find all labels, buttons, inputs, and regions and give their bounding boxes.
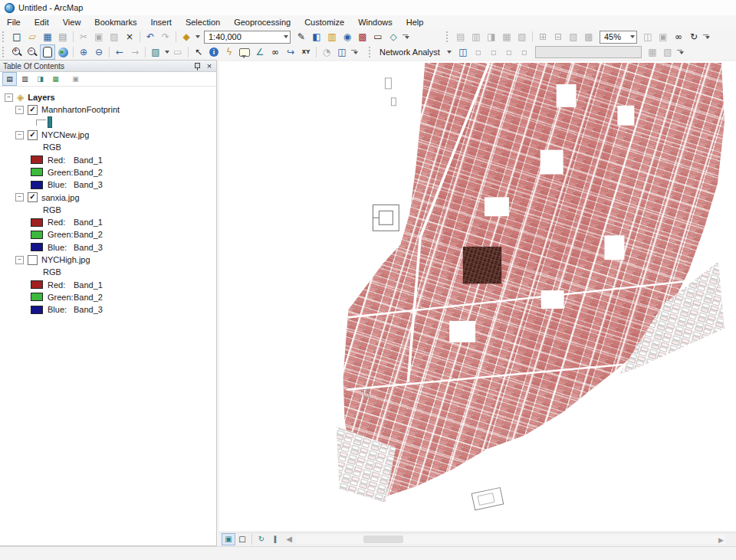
layer-checkbox[interactable]: ✓ xyxy=(28,192,38,202)
open-button[interactable]: ▱ xyxy=(25,29,40,44)
menu-geoprocessing[interactable]: Geoprocessing xyxy=(227,15,297,29)
add-data-dropdown[interactable] xyxy=(194,30,201,44)
list-by-visibility-button[interactable]: ◨ xyxy=(33,72,48,86)
layer-label[interactable]: MannhartonFootprint xyxy=(41,105,120,114)
focus-data-frame-button[interactable]: ▣ xyxy=(656,29,671,44)
toolbar-overflow-button[interactable] xyxy=(350,45,358,59)
footprint-symbol-row[interactable] xyxy=(0,116,216,129)
layout-zoom-whole-page-button[interactable]: ▤ xyxy=(453,29,468,44)
expander-icon[interactable]: − xyxy=(5,93,13,102)
layer-row-nychigh[interactable]: − NYCHigh.jpg xyxy=(0,254,216,266)
refresh-view-button[interactable]: ↻ xyxy=(255,533,268,545)
map-scale-combo[interactable]: 1:40,000 xyxy=(204,31,291,44)
pan-tool[interactable] xyxy=(40,44,55,60)
copy-button[interactable]: ▣ xyxy=(91,29,107,44)
toc-close-icon[interactable]: × xyxy=(205,62,213,70)
zoom-in-tool[interactable]: + xyxy=(9,44,25,60)
fixed-zoom-in-button[interactable]: ⊕ xyxy=(76,44,91,60)
layer-checkbox[interactable]: ✓ xyxy=(28,105,38,115)
full-extent-button[interactable] xyxy=(55,44,71,60)
find-route-button[interactable]: ↪ xyxy=(283,44,298,60)
layer-checkbox[interactable]: ✓ xyxy=(28,130,38,140)
layout-zoom-out-button[interactable]: ▦ xyxy=(499,29,514,44)
toolbar-overflow-button[interactable] xyxy=(675,45,684,59)
network-build-button[interactable]: ▦ xyxy=(645,44,660,60)
auto-hide-pin-icon[interactable] xyxy=(193,62,201,70)
table-of-contents-button[interactable]: ◧ xyxy=(309,29,324,44)
layer-label[interactable]: NYCHigh.jpg xyxy=(41,255,90,264)
menu-selection[interactable]: Selection xyxy=(179,15,227,29)
layout-toolbar-grip[interactable] xyxy=(446,31,452,42)
directions-window-button[interactable]: ▫ xyxy=(501,44,517,60)
editor-toolbar-button[interactable]: ✎ xyxy=(294,29,309,44)
toggle-draft-mode-button[interactable]: ◫ xyxy=(640,29,656,44)
menu-view[interactable]: View xyxy=(56,15,88,29)
expander-icon[interactable]: − xyxy=(15,106,24,114)
modelbuilder-button[interactable]: ◇ xyxy=(386,29,401,44)
go-forward-extent-button[interactable]: → xyxy=(127,44,143,60)
data-driven-pages-button[interactable]: ↻ xyxy=(686,29,702,44)
toolbar-overflow-button[interactable] xyxy=(401,30,409,44)
add-data-button[interactable]: ◆ xyxy=(179,29,194,44)
toolbar-grip[interactable] xyxy=(2,31,8,42)
network-dataset-button[interactable]: ▫ xyxy=(517,44,532,60)
fixed-zoom-out-button[interactable]: ⊖ xyxy=(91,44,107,60)
layer-label[interactable]: NYCNew.jpg xyxy=(41,130,89,139)
save-button[interactable]: ▦ xyxy=(40,29,55,44)
layout-pan-button[interactable]: ▧ xyxy=(514,29,530,44)
scroll-left-button[interactable]: ◀ xyxy=(282,533,296,545)
layer-checkbox[interactable] xyxy=(28,255,38,265)
html-popup-tool[interactable] xyxy=(237,44,252,60)
list-by-source-button[interactable]: ▥ xyxy=(18,72,32,86)
identify-tool[interactable]: i xyxy=(206,44,222,60)
search-window-button[interactable]: ◉ xyxy=(340,29,355,44)
go-back-extent-button[interactable]: ← xyxy=(112,44,127,60)
go-to-xy-button[interactable]: XY xyxy=(298,44,314,60)
redo-button[interactable]: ↷ xyxy=(158,29,173,44)
menu-help[interactable]: Help xyxy=(399,15,431,29)
network-analyst-window-button[interactable]: ◫ xyxy=(455,44,471,60)
select-elements-tool[interactable]: ↖ xyxy=(191,44,206,60)
layer-row-nycnew[interactable]: − ✓ NYCNew.jpg xyxy=(0,129,216,141)
delete-button[interactable]: × xyxy=(122,29,137,44)
expander-icon[interactable]: − xyxy=(15,256,24,264)
layer-row-mannhartonfootprint[interactable]: − ✓ MannhartonFootprint xyxy=(0,103,216,116)
undo-button[interactable]: ↶ xyxy=(143,29,158,44)
layout-zoom-in-button[interactable]: ◨ xyxy=(484,29,499,44)
map-canvas[interactable] xyxy=(219,61,736,531)
layout-go-back-extent-button[interactable]: ▨ xyxy=(566,29,581,44)
menu-windows[interactable]: Windows xyxy=(351,15,399,29)
clear-selected-features-button[interactable]: ▭ xyxy=(170,44,186,60)
menu-file[interactable]: File xyxy=(0,15,28,29)
network-analyst-grip[interactable] xyxy=(369,47,374,57)
layout-fixed-zoom-out-button[interactable]: ⊟ xyxy=(550,29,566,44)
menu-bookmarks[interactable]: Bookmarks xyxy=(87,15,143,29)
layers-root-label[interactable]: Layers xyxy=(28,93,54,102)
time-slider-button[interactable]: ◔ xyxy=(319,44,334,60)
catalog-window-button[interactable]: ▥ xyxy=(324,29,340,44)
pause-drawing-button[interactable]: ∥ xyxy=(268,533,282,545)
layout-fixed-zoom-in-button[interactable]: ⊞ xyxy=(535,29,550,44)
measure-tool[interactable]: ∠ xyxy=(252,44,268,60)
create-network-location-tool[interactable]: ▫ xyxy=(471,44,486,60)
layout-go-forward-extent-button[interactable]: ▩ xyxy=(581,29,596,44)
create-viewer-window-button[interactable]: ◫ xyxy=(334,44,350,60)
scrollbar-thumb[interactable] xyxy=(363,535,403,543)
network-analyst-menu[interactable]: Network Analyst xyxy=(376,47,455,57)
solve-button[interactable]: ▫ xyxy=(486,44,501,60)
python-window-button[interactable]: ▭ xyxy=(370,29,386,44)
layout-view-button[interactable]: □ xyxy=(235,533,249,545)
list-by-drawing-order-button[interactable]: ▤ xyxy=(2,72,17,86)
menu-edit[interactable]: Edit xyxy=(28,15,56,29)
select-features-dropdown[interactable] xyxy=(163,45,170,59)
paste-button[interactable]: ▨ xyxy=(107,29,122,44)
layer-row-sanxia[interactable]: − ✓ sanxia.jpg xyxy=(0,191,216,203)
arctoolbox-button[interactable]: ▩ xyxy=(355,29,370,44)
hyperlink-tool[interactable]: ϟ xyxy=(222,44,237,60)
scroll-right-icon[interactable]: ▶ xyxy=(718,536,724,544)
network-properties-button[interactable]: ▧ xyxy=(660,44,675,60)
expander-icon[interactable]: − xyxy=(15,193,24,201)
select-features-tool[interactable]: ▧ xyxy=(148,44,163,60)
menu-customize[interactable]: Customize xyxy=(297,15,351,29)
zoom-out-tool[interactable]: − xyxy=(25,44,40,60)
